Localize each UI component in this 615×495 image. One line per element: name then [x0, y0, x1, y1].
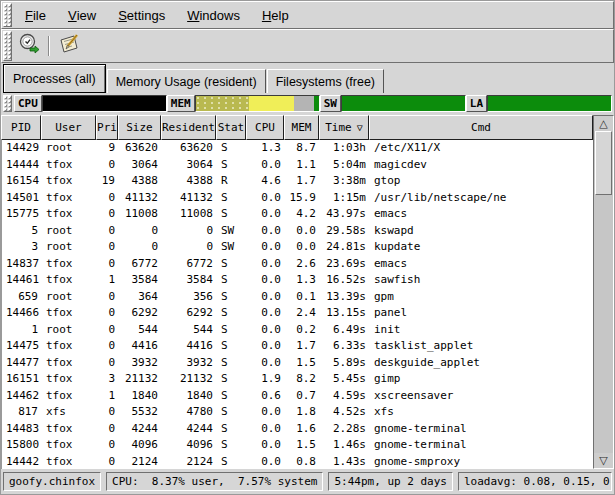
- cell-time: 6.33s: [320, 338, 370, 355]
- cpu-usage-bar: [42, 95, 167, 112]
- cell-pri: 9: [97, 140, 119, 157]
- cell-resident: 4388: [162, 173, 217, 190]
- tab-processes-all[interactable]: Processes (all): [3, 64, 106, 93]
- cell-cpu: 0.0: [247, 190, 285, 207]
- process-row[interactable]: 14461tfox135843584S0.01.316.52ssawfish: [2, 272, 593, 289]
- process-row[interactable]: 14466tfox062926292S0.02.413.15spanel: [2, 305, 593, 322]
- cell-resident: 0: [162, 223, 217, 240]
- column-header-time[interactable]: Time▽: [319, 115, 369, 140]
- process-row[interactable]: 5root000SW0.00.029.58skswapd: [2, 223, 593, 240]
- cell-pri: 0: [97, 404, 119, 421]
- process-row[interactable]: 817xfs055324780S0.01.84.52sxfs: [2, 404, 593, 421]
- menu-windows[interactable]: Windows: [176, 2, 251, 28]
- tab-filesystems-free[interactable]: Filesystems (free): [267, 69, 384, 93]
- sw-indicator-label: SW: [320, 95, 341, 112]
- cell-pri: 19: [97, 173, 119, 190]
- cell-stat: S: [217, 404, 247, 421]
- cell-size: 364: [119, 289, 162, 306]
- process-row[interactable]: 14477tfox039323932S0.01.55.89sdeskguide_…: [2, 355, 593, 372]
- notebook-tabs: Processes (all)Memory Usage (resident)Fi…: [1, 63, 614, 93]
- cell-user: xfs: [42, 404, 97, 421]
- usage-segment: [314, 96, 319, 111]
- column-header-mem[interactable]: MEM: [284, 115, 319, 140]
- process-row[interactable]: 14475tfox044164416S0.01.76.33stasklist_a…: [2, 338, 593, 355]
- column-header-label: Size: [126, 121, 153, 134]
- edit-properties-icon: [57, 32, 81, 60]
- column-header-pri[interactable]: Pri: [96, 115, 118, 140]
- cell-stat: S: [217, 157, 247, 174]
- cell-mem: 1.7: [285, 338, 320, 355]
- vertical-scrollbar[interactable]: △ ▽: [593, 115, 614, 469]
- cell-time: 5.89s: [320, 355, 370, 372]
- clock-uptime-panel: 5:44pm, up 2 days: [328, 472, 453, 491]
- cell-stat: SW: [217, 223, 247, 240]
- hostname-panel: goofy.chinfox: [3, 472, 101, 491]
- cell-time: 5:04m: [320, 157, 370, 174]
- column-header-label: User: [55, 121, 82, 134]
- process-list: 14429root96362063620S1.38.71:03h/etc/X11…: [1, 140, 593, 469]
- mem-usage-bar: [195, 95, 320, 112]
- cell-pid: 14462: [2, 388, 42, 405]
- cell-pri: 0: [97, 355, 119, 372]
- process-row[interactable]: 16151tfox32113221132S1.98.25.45sgimp: [2, 371, 593, 388]
- column-header-user[interactable]: User: [41, 115, 96, 140]
- tab-memory-usage-resident[interactable]: Memory Usage (resident): [107, 69, 266, 93]
- process-row[interactable]: 14501tfox04113241132S0.015.91:15m/usr/li…: [2, 190, 593, 207]
- cell-size: 4388: [119, 173, 162, 190]
- column-header-size[interactable]: Size: [118, 115, 161, 140]
- cell-cpu: 0.0: [247, 322, 285, 339]
- process-row[interactable]: 3root000SW0.00.024.81skupdate: [2, 239, 593, 256]
- refresh-button[interactable]: [14, 32, 44, 60]
- process-row[interactable]: 14462tfox118401840S0.60.74.59sxscreensav…: [2, 388, 593, 405]
- column-header-pid[interactable]: PID: [1, 115, 41, 140]
- cell-time: 16.52s: [320, 272, 370, 289]
- cell-stat: S: [217, 371, 247, 388]
- scrollbar-thumb[interactable]: [595, 131, 612, 195]
- process-row[interactable]: 14442tfox021242124S0.00.81.43sgnome-smpr…: [2, 454, 593, 470]
- process-row[interactable]: 15800tfox040964096S0.01.51.46sgnome-term…: [2, 437, 593, 454]
- scrollbar-trough[interactable]: [594, 195, 613, 453]
- toolbar-grip-handle[interactable]: [3, 31, 12, 61]
- cell-pid: 14466: [2, 305, 42, 322]
- cell-resident: 21132: [162, 371, 217, 388]
- cell-time: 1.43s: [320, 454, 370, 470]
- column-header-cpu[interactable]: CPU: [246, 115, 284, 140]
- cell-user: root: [42, 322, 97, 339]
- process-row[interactable]: 1root0544544S0.00.26.49sinit: [2, 322, 593, 339]
- cell-pri: 0: [97, 454, 119, 470]
- process-row[interactable]: 14837tfox067726772S0.02.623.69semacs: [2, 256, 593, 273]
- process-row[interactable]: 659root0364356S0.00.113.39sgpm: [2, 289, 593, 306]
- column-header-stat[interactable]: Stat: [216, 115, 246, 140]
- cell-resident: 1840: [162, 388, 217, 405]
- cell-user: tfox: [42, 454, 97, 470]
- column-header-label: Time: [325, 121, 352, 134]
- menu-help[interactable]: Help: [251, 2, 300, 28]
- cell-mem: 1.7: [285, 173, 320, 190]
- menu-file[interactable]: File: [14, 2, 57, 28]
- column-header-resident[interactable]: Resident: [161, 115, 216, 140]
- process-row[interactable]: 14444tfox030643064S0.01.15:04mmagicdev: [2, 157, 593, 174]
- process-row[interactable]: 16154tfox1943884388R4.61.73:38mgtop: [2, 173, 593, 190]
- cell-pri: 0: [97, 190, 119, 207]
- column-header-label: Pri: [97, 121, 117, 134]
- menubar-grip-handle[interactable]: [3, 3, 12, 27]
- menu-settings[interactable]: Settings: [107, 2, 176, 28]
- process-row[interactable]: 15775tfox01100811008S0.04.243.97semacs: [2, 206, 593, 223]
- process-row[interactable]: 14483tfox042444244S0.01.62.28sgnome-term…: [2, 421, 593, 438]
- column-header-cmd[interactable]: Cmd: [369, 115, 593, 140]
- column-header-label: CPU: [255, 121, 275, 134]
- cell-time: 13.39s: [320, 289, 370, 306]
- cell-pid: 14444: [2, 157, 42, 174]
- scroll-down-button[interactable]: ▽: [594, 453, 613, 468]
- indicators-grip-handle[interactable]: [3, 95, 12, 112]
- menu-view[interactable]: View: [57, 2, 107, 28]
- cell-mem: 1.6: [285, 421, 320, 438]
- sw-usage-bar: [341, 95, 466, 112]
- process-row[interactable]: 14429root96362063620S1.38.71:03h/etc/X11…: [2, 140, 593, 157]
- properties-button[interactable]: [54, 32, 84, 60]
- scroll-up-button[interactable]: △: [594, 116, 613, 131]
- cell-pid: 14429: [2, 140, 42, 157]
- cell-cmd: tasklist_applet: [370, 338, 593, 355]
- cell-mem: 1.5: [285, 437, 320, 454]
- cell-size: 5532: [119, 404, 162, 421]
